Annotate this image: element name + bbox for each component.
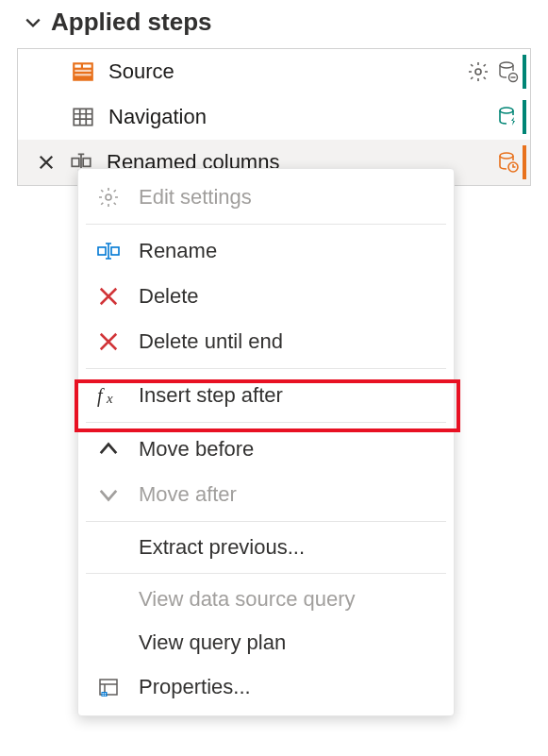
svg-rect-4: [75, 74, 91, 76]
menu-extract-previous[interactable]: Extract previous...: [78, 526, 454, 569]
svg-rect-16: [111, 247, 119, 255]
menu-label: View data source query: [139, 587, 356, 612]
svg-rect-2: [83, 64, 91, 67]
database-clock-icon: [496, 150, 521, 175]
menu-edit-settings: Edit settings: [78, 175, 454, 220]
svg-rect-1: [75, 64, 81, 67]
applied-steps-header[interactable]: Applied steps: [0, 0, 548, 48]
svg-rect-11: [83, 159, 91, 167]
source-icon: [71, 59, 95, 84]
menu-insert-step-after[interactable]: fx Insert step after: [78, 373, 454, 418]
menu-divider: [86, 521, 446, 522]
menu-label: Properties...: [139, 675, 251, 699]
svg-text:x: x: [106, 391, 113, 406]
menu-label: Move after: [139, 482, 237, 507]
menu-view-data-source-query: View data source query: [78, 578, 454, 621]
properties-icon: [95, 674, 122, 700]
svg-rect-15: [98, 247, 106, 255]
svg-point-12: [500, 153, 513, 159]
svg-rect-23: [103, 695, 104, 696]
menu-label: Edit settings: [139, 185, 252, 210]
chevron-down-icon: [25, 14, 42, 31]
context-menu: Edit settings Rename Delete Delete until…: [77, 168, 455, 716]
panel-title: Applied steps: [51, 8, 211, 37]
menu-delete-until-end[interactable]: Delete until end: [78, 319, 454, 364]
menu-label: Delete: [139, 284, 199, 309]
table-icon: [71, 105, 95, 129]
menu-rename[interactable]: Rename: [78, 228, 454, 274]
step-label: Source: [108, 59, 453, 84]
svg-point-14: [106, 194, 111, 200]
rename-icon: [95, 238, 122, 264]
menu-label: Move before: [139, 437, 254, 462]
menu-divider: [86, 573, 446, 574]
database-lightning-icon: [496, 105, 521, 129]
svg-point-6: [500, 62, 513, 68]
step-row-navigation[interactable]: Navigation: [18, 94, 530, 140]
menu-label: Extract previous...: [139, 535, 305, 560]
gear-icon: [95, 184, 122, 210]
menu-view-query-plan[interactable]: View query plan: [78, 621, 454, 664]
close-icon[interactable]: [35, 151, 58, 174]
menu-divider: [86, 422, 446, 423]
step-row-source[interactable]: Source: [18, 49, 530, 94]
svg-point-9: [500, 108, 513, 113]
menu-divider: [86, 368, 446, 369]
chevron-down-icon: [95, 481, 122, 508]
svg-rect-20: [102, 692, 108, 697]
chevron-up-icon: [95, 436, 122, 462]
database-remove-icon: [496, 59, 521, 84]
close-icon: [95, 283, 122, 310]
gear-icon[interactable]: [466, 59, 490, 84]
menu-label: Insert step after: [139, 383, 283, 408]
svg-rect-8: [74, 109, 92, 125]
svg-rect-21: [103, 693, 104, 694]
menu-delete[interactable]: Delete: [78, 274, 454, 319]
menu-move-after: Move after: [78, 472, 454, 517]
step-label: Navigation: [108, 105, 483, 129]
svg-text:f: f: [97, 385, 105, 407]
svg-rect-10: [72, 159, 79, 167]
menu-properties[interactable]: Properties...: [78, 664, 454, 710]
fx-icon: fx: [95, 382, 122, 409]
menu-label: View query plan: [139, 630, 286, 655]
menu-label: Rename: [139, 239, 217, 263]
steps-list: Source Navigation Renam: [17, 48, 531, 186]
menu-divider: [86, 224, 446, 225]
menu-move-before[interactable]: Move before: [78, 427, 454, 472]
close-icon: [95, 328, 122, 355]
svg-rect-22: [105, 693, 106, 694]
menu-label: Delete until end: [139, 329, 283, 354]
svg-rect-24: [105, 695, 106, 696]
svg-point-5: [475, 69, 481, 75]
svg-rect-3: [75, 70, 91, 72]
